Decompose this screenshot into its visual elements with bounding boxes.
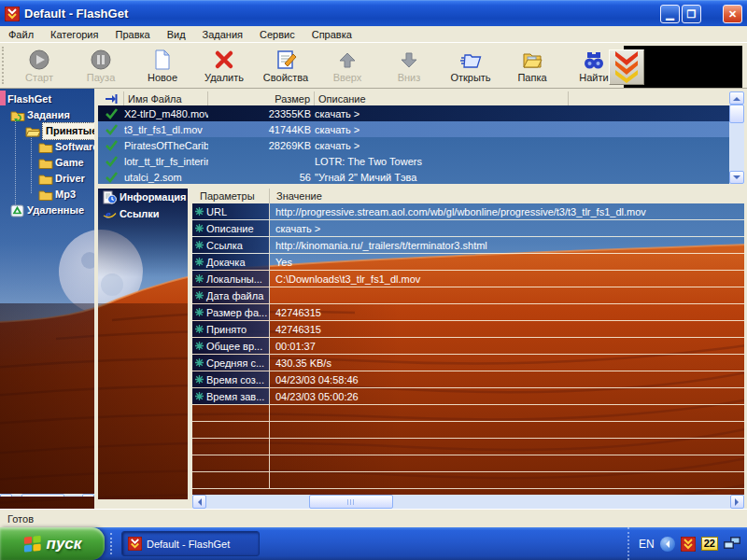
up-button[interactable]: Вверх xyxy=(317,45,378,88)
recycle-icon xyxy=(9,204,25,217)
column-value[interactable]: Значение xyxy=(270,189,744,203)
sidebar-horizontal-scrollbar[interactable] xyxy=(0,494,94,497)
detail-row-description[interactable]: Описание скачать > xyxy=(192,220,744,237)
network-tray-icon[interactable] xyxy=(724,537,741,551)
category-sidebar: FlashGet Задания Принятые Software Game xyxy=(0,89,94,497)
sidebar-item-deleted[interactable]: Удаленные xyxy=(0,203,94,218)
menu-edit[interactable]: Правка xyxy=(106,28,158,41)
url-column-icon-header[interactable] xyxy=(98,91,124,105)
param-star-icon xyxy=(195,392,204,400)
detail-row-completed[interactable]: Время зав... 04/23/03 05:00:26 xyxy=(192,388,744,405)
flashget-task-icon xyxy=(128,537,142,551)
sidebar-item-game[interactable]: Game xyxy=(0,155,94,171)
folder-icon xyxy=(37,189,53,201)
start-button-taskbar[interactable]: пуск xyxy=(0,527,105,560)
pause-icon xyxy=(70,45,132,71)
sidebar-item-software[interactable]: Software xyxy=(0,139,94,155)
menu-file[interactable]: Файл xyxy=(0,28,42,41)
detail-row-received[interactable]: Принято 42746315 xyxy=(192,321,744,338)
param-star-icon xyxy=(195,224,204,232)
scroll-left-button[interactable] xyxy=(0,494,12,497)
flashget-tray-icon[interactable] xyxy=(681,537,696,552)
sidebar-item-tasks[interactable]: Задания xyxy=(0,107,94,123)
download-row[interactable]: PiratesOfTheCaribbea... 28269KB скачать … xyxy=(98,137,729,153)
sidebar-item-driver[interactable]: Driver xyxy=(0,171,94,187)
detail-row-avgspeed[interactable]: Средняя с... 430.35 KB/s xyxy=(192,355,744,371)
details-header: Параметры Значение xyxy=(192,189,744,203)
start-button[interactable]: Старт xyxy=(8,45,70,88)
list-vertical-scrollbar[interactable] xyxy=(729,91,744,184)
menu-category[interactable]: Категория xyxy=(42,28,106,41)
tray-badge[interactable]: 22 xyxy=(701,537,718,551)
scroll-up-button[interactable] xyxy=(729,91,744,105)
status-bar: Готов xyxy=(0,509,747,527)
language-indicator[interactable]: EN xyxy=(639,538,655,551)
param-star-icon xyxy=(195,274,204,283)
sidebar-item-received[interactable]: Принятые xyxy=(0,123,94,139)
pause-button[interactable]: Пауза xyxy=(70,45,132,88)
quicklaunch-grip[interactable] xyxy=(110,533,116,554)
scroll-right-button[interactable] xyxy=(730,495,744,509)
detail-row-created[interactable]: Время соз... 04/23/03 04:58:46 xyxy=(192,371,744,388)
download-row-selected[interactable]: t3_tlr_fs1_dl.mov 41744KB скачать > xyxy=(98,121,729,137)
properties-button[interactable]: Свойства xyxy=(255,45,317,88)
info-tab-panel: Информация e Ссылки xyxy=(98,189,188,499)
detail-row-referer[interactable]: Ссылка http://kinomania.ru/_trailers/t/t… xyxy=(192,237,744,254)
details-horizontal-scrollbar[interactable] xyxy=(192,495,744,509)
download-list: Имя Файла Размер Описание X2-tlrD_m480.m… xyxy=(98,89,744,184)
menu-help[interactable]: Справка xyxy=(303,28,360,41)
folder-icon xyxy=(37,141,53,153)
column-filename[interactable]: Имя Файла xyxy=(124,91,208,105)
scroll-right-button[interactable] xyxy=(82,494,94,497)
start-icon xyxy=(8,45,70,71)
detail-row-filedate[interactable]: Дата файла xyxy=(192,287,744,304)
restore-button[interactable]: ❐ xyxy=(682,5,701,23)
close-button[interactable]: ✕ xyxy=(723,5,742,23)
folder-button[interactable]: Папка xyxy=(501,45,563,88)
detail-row-url[interactable]: URL http://progressive.stream.aol.com/wb… xyxy=(192,203,744,220)
scroll-thumb[interactable] xyxy=(729,105,744,123)
download-row[interactable]: utalci_2.som 56 "Угнай 2" Мичий Тэва xyxy=(98,169,729,184)
column-parameters[interactable]: Параметры xyxy=(192,189,270,203)
tab-information[interactable]: Информация xyxy=(98,189,188,205)
tab-links[interactable]: e Ссылки xyxy=(98,205,188,222)
detail-row-resume[interactable]: Докачка Yes xyxy=(192,254,744,271)
download-row[interactable]: X2-tlrD_m480.mov 23355KB скачать > xyxy=(98,105,729,121)
column-size[interactable]: Размер xyxy=(208,91,315,105)
param-star-icon xyxy=(195,291,204,300)
title-bar[interactable]: Default - FlashGet ▁ ❐ ✕ xyxy=(0,0,747,26)
scroll-left-button[interactable] xyxy=(192,495,206,509)
details-table: Параметры Значение URL http://progressiv… xyxy=(192,189,744,509)
flashget-drop-zone[interactable] xyxy=(609,49,644,85)
sidebar-item-mp3[interactable]: Mp3 xyxy=(0,187,94,203)
taskbar-task-flashget[interactable]: Default - FlashGet xyxy=(121,531,260,556)
download-row[interactable]: lotr_tt_tlr_fs_interim.... LOTR: The Two… xyxy=(98,153,729,169)
menu-view[interactable]: Вид xyxy=(159,28,194,41)
tree-root-flashget[interactable]: FlashGet xyxy=(0,91,94,107)
new-button[interactable]: Новое xyxy=(132,45,193,88)
detail-row-totaltime[interactable]: Общее вр... 00:01:37 xyxy=(192,338,744,355)
scroll-down-button[interactable] xyxy=(729,171,744,184)
folder-icon xyxy=(37,157,53,169)
taskbar: пуск Default - FlashGet EN 22 xyxy=(0,527,747,560)
check-icon xyxy=(98,171,124,183)
down-button[interactable]: Вниз xyxy=(378,45,440,88)
param-star-icon xyxy=(195,342,204,350)
scroll-thumb[interactable] xyxy=(21,494,64,497)
menu-bar: Файл Категория Правка Вид Задания Сервис… xyxy=(0,26,747,42)
open-button[interactable]: Открыть xyxy=(440,45,501,88)
minimize-button[interactable]: ▁ xyxy=(660,5,680,23)
column-description[interactable]: Описание xyxy=(315,91,569,105)
detail-row-filesize[interactable]: Размер фа... 42746315 xyxy=(192,304,744,321)
hide-tray-icons-button[interactable] xyxy=(660,537,675,552)
menu-tasks[interactable]: Задания xyxy=(194,28,251,41)
scroll-thumb[interactable] xyxy=(309,495,393,509)
toolbar-grip[interactable] xyxy=(2,47,7,84)
new-icon xyxy=(132,45,193,71)
delete-button[interactable]: Удалить xyxy=(193,45,255,88)
menu-service[interactable]: Сервис xyxy=(251,28,303,41)
open-folder-icon xyxy=(24,125,40,137)
information-icon xyxy=(102,190,118,204)
detail-row-localfile[interactable]: Локальны... C:\Downloads\t3_tlr_fs1_dl.m… xyxy=(192,271,744,287)
param-star-icon xyxy=(195,207,204,216)
